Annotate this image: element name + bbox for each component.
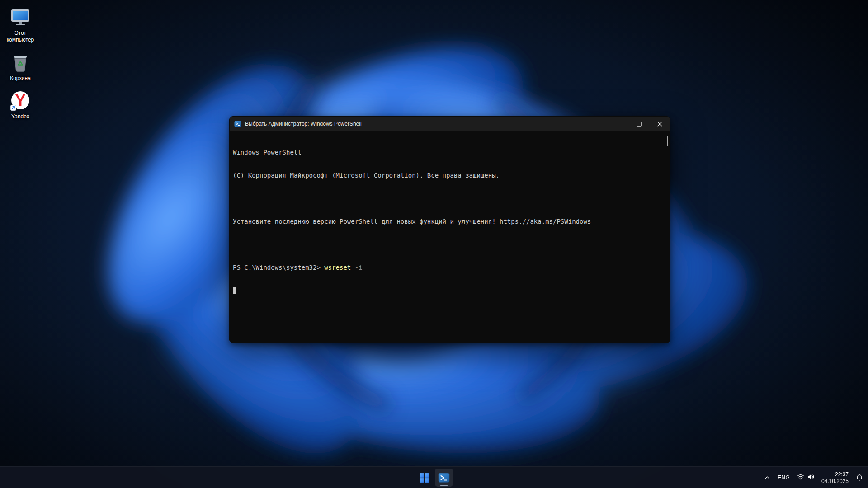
powershell-taskbar-icon <box>438 472 450 483</box>
terminal-line: Установите последнюю версию PowerShell д… <box>233 218 663 225</box>
taskbar-powershell-button[interactable] <box>435 469 453 487</box>
maximize-button[interactable] <box>628 117 649 131</box>
desktop-icon-this-pc[interactable]: Этот компьютер <box>3 6 38 43</box>
tray-show-hidden-icons-button[interactable] <box>761 469 774 487</box>
desktop-icon-label: Корзина <box>10 75 31 82</box>
window-titlebar[interactable]: Выбрать Администратор: Windows PowerShel… <box>230 117 670 131</box>
desktop-icon-recycle-bin[interactable]: Корзина <box>3 52 38 82</box>
terminal-output[interactable]: Windows PowerShell (C) Корпорация Майкро… <box>230 131 670 343</box>
terminal-scrollbar[interactable] <box>667 136 668 146</box>
tray-network-volume-button[interactable] <box>794 469 817 487</box>
desktop-icon-label: Yandex <box>11 113 29 120</box>
taskbar-tray: ENG 22:37 04.10.2025 <box>761 467 866 488</box>
language-indicator[interactable]: ENG <box>774 469 794 487</box>
window-title: Выбрать Администратор: Windows PowerShel… <box>245 121 362 127</box>
window-controls <box>608 117 670 131</box>
yandex-browser-icon <box>9 90 31 112</box>
tray-time: 22:37 <box>835 471 849 478</box>
windows-logo-icon <box>419 472 430 483</box>
desktop-icon-list: Этот компьютер Корзина Yandex <box>3 6 38 120</box>
text-cursor-block <box>233 287 236 294</box>
terminal-command-argument: -i <box>351 264 362 271</box>
wifi-icon <box>797 473 804 482</box>
tray-date: 04.10.2025 <box>821 478 849 484</box>
close-button[interactable] <box>649 117 670 131</box>
taskbar-clock[interactable]: 22:37 04.10.2025 <box>817 469 853 487</box>
powershell-window: Выбрать Администратор: Windows PowerShel… <box>229 116 670 343</box>
taskbar-center-icons <box>415 469 453 487</box>
terminal-prompt-line: PS C:\Windows\system32> wsreset -i <box>233 264 663 272</box>
terminal-line: (C) Корпорация Майкрософт (Microsoft Cor… <box>233 172 663 179</box>
taskbar: ENG 22:37 04.10.2025 <box>0 466 868 488</box>
computer-icon <box>9 6 31 28</box>
bell-icon <box>856 474 863 481</box>
desktop-icon-yandex[interactable]: Yandex <box>3 90 38 120</box>
terminal-command-text: wsreset <box>324 264 351 271</box>
terminal-line: Windows PowerShell <box>233 149 663 156</box>
notification-bell-button[interactable] <box>853 469 866 487</box>
powershell-icon <box>234 120 241 127</box>
terminal-line-blank <box>233 241 663 249</box>
chevron-up-icon <box>764 474 770 481</box>
volume-icon <box>807 473 814 482</box>
desktop-icon-label: Этот компьютер <box>3 30 38 43</box>
shortcut-arrow-icon <box>10 105 16 111</box>
terminal-line-blank <box>233 195 663 202</box>
start-button[interactable] <box>415 469 433 487</box>
minimize-button[interactable] <box>608 117 628 131</box>
recycle-bin-icon <box>9 52 31 73</box>
terminal-cursor-line <box>233 287 663 295</box>
terminal-prompt: PS C:\Windows\system32> <box>233 264 324 271</box>
